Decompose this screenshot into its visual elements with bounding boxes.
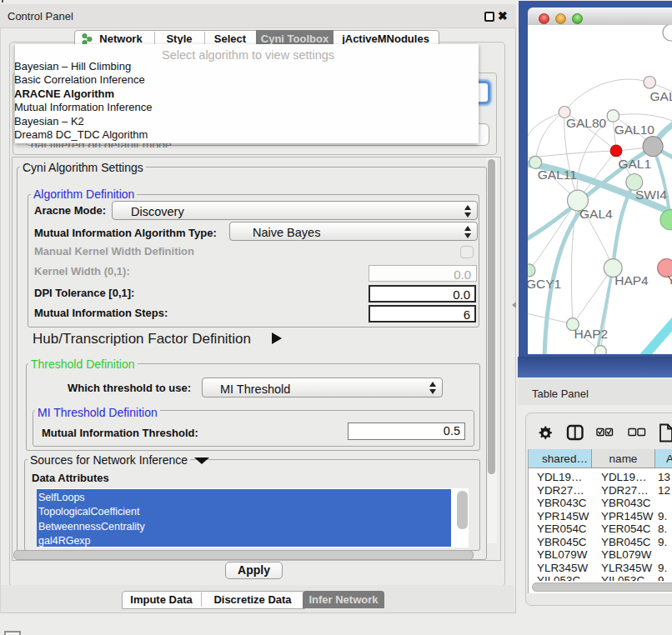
svg-text:Y: Y	[667, 272, 672, 287]
svg-text:GAL11: GAL11	[538, 168, 577, 182]
svg-text:GAL10: GAL10	[614, 122, 655, 137]
svg-text:GAL80: GAL80	[566, 116, 607, 130]
svg-text:HAP2: HAP2	[574, 327, 609, 341]
svg-text:GCY1: GCY1	[528, 277, 561, 291]
svg-text:GAL: GAL	[650, 89, 672, 103]
svg-text:GAL1: GAL1	[618, 157, 651, 171]
svg-text:SWI4: SWI4	[635, 188, 667, 202]
svg-text:GAL4: GAL4	[579, 207, 613, 221]
svg-text:HAP4: HAP4	[614, 273, 649, 288]
